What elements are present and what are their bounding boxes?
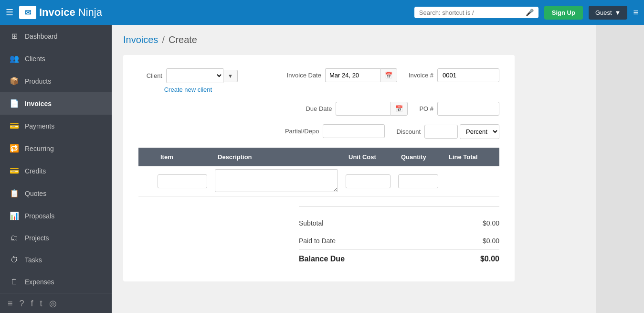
content-area: Invoices / Create Client ▼ bbox=[112, 25, 596, 313]
help-icon[interactable]: ? bbox=[20, 299, 24, 309]
sidebar-item-label: Products bbox=[25, 77, 51, 85]
row-description-textarea[interactable] bbox=[215, 169, 338, 192]
tasks-icon: ⏱ bbox=[10, 256, 19, 264]
guest-button[interactable]: Guest ▼ bbox=[589, 6, 628, 20]
sidebar-item-projects[interactable]: 🗂 Projects bbox=[0, 227, 112, 249]
row-item-cell bbox=[154, 166, 211, 197]
signup-button[interactable]: Sign Up bbox=[544, 6, 583, 20]
sidebar-item-payments[interactable]: 💳 Payments bbox=[0, 115, 112, 137]
subtotal-value: $0.00 bbox=[483, 219, 499, 227]
sidebar-item-credits[interactable]: 💳 Credits bbox=[0, 160, 112, 182]
invoice-date-calendar-button[interactable]: 📅 bbox=[380, 68, 397, 82]
projects-icon: 🗂 bbox=[10, 234, 19, 242]
breadcrumb-current: Create bbox=[169, 34, 197, 45]
items-table-header-row: Item Description Unit Cost Quantity Line… bbox=[138, 148, 499, 166]
invoice-date-input-wrapper: Mar 24, 20 📅 bbox=[325, 68, 397, 82]
discount-input[interactable] bbox=[424, 125, 458, 139]
client-dropdown-arrow[interactable]: ▼ bbox=[223, 70, 238, 82]
balance-due-value: $0.00 bbox=[480, 255, 499, 263]
due-date-input-wrapper: 📅 bbox=[336, 102, 408, 116]
col-item-header: Item bbox=[154, 148, 211, 166]
sidebar-item-dashboard[interactable]: ⊞ Dashboard bbox=[0, 25, 112, 47]
row-quantity-input[interactable] bbox=[398, 174, 438, 188]
row-description-cell bbox=[211, 166, 342, 197]
sidebar-item-recurring[interactable]: 🔁 Recurring bbox=[0, 137, 112, 160]
twitter-icon[interactable]: t bbox=[40, 299, 42, 309]
col-drag-header bbox=[138, 148, 154, 166]
sidebar-item-label: Payments bbox=[25, 122, 54, 130]
row-line-total-cell bbox=[442, 166, 499, 197]
invoice-date-input[interactable]: Mar 24, 20 bbox=[325, 68, 380, 82]
hamburger-icon[interactable]: ☰ bbox=[6, 7, 13, 18]
col-unit-cost-header: Unit Cost bbox=[342, 148, 394, 166]
mic-icon[interactable]: 🎤 bbox=[526, 9, 534, 16]
due-date-input[interactable] bbox=[336, 102, 391, 116]
due-date-calendar-button[interactable]: 📅 bbox=[391, 102, 408, 116]
sidebar-item-label: Quotes bbox=[25, 190, 46, 197]
sidebar-item-clients[interactable]: 👥 Clients bbox=[0, 47, 112, 70]
discount-type-select[interactable]: Percent Amount bbox=[460, 124, 499, 139]
col-line-total-header: Line Total bbox=[442, 148, 499, 166]
sidebar-item-label: Recurring bbox=[25, 145, 54, 152]
form-row-1: Client ▼ Create new client bbox=[138, 68, 499, 93]
top-menu-icon[interactable]: ≡ bbox=[633, 8, 638, 18]
clients-icon: 👥 bbox=[10, 54, 19, 63]
row-unit-cost-input[interactable] bbox=[346, 174, 391, 188]
sidebar-item-label: Invoices bbox=[25, 100, 52, 108]
invoice-number-label: Invoice # bbox=[409, 72, 433, 79]
sidebar-item-label: Clients bbox=[25, 55, 45, 63]
form-row-3: Partial/Depo Discount Percent Amount bbox=[138, 124, 499, 139]
partial-deposit-input[interactable] bbox=[323, 124, 385, 138]
sidebar-item-expenses[interactable]: 🗒 Expenses bbox=[0, 271, 112, 293]
credits-icon: 💳 bbox=[10, 166, 19, 175]
table-row bbox=[138, 166, 499, 197]
sidebar-item-products[interactable]: 📦 Products bbox=[0, 70, 112, 92]
col-quantity-header: Quantity bbox=[394, 148, 442, 166]
balance-due-label: Balance Due bbox=[299, 255, 345, 263]
logo-text-invoice: Invoice bbox=[39, 6, 75, 19]
sidebar-item-invoices[interactable]: 📄 Invoices bbox=[0, 92, 112, 115]
paid-to-date-label: Paid to Date bbox=[299, 237, 336, 245]
breadcrumb-link[interactable]: Invoices bbox=[123, 34, 158, 45]
po-input[interactable] bbox=[437, 102, 499, 116]
breadcrumb-separator: / bbox=[162, 34, 165, 45]
sidebar-item-quotes[interactable]: 📋 Quotes bbox=[0, 182, 112, 205]
po-label: PO # bbox=[419, 105, 433, 112]
sidebar-item-label: Credits bbox=[25, 167, 46, 175]
sidebar-item-label: Expenses bbox=[25, 278, 54, 286]
recurring-icon: 🔁 bbox=[10, 144, 19, 153]
totals-section: Subtotal $0.00 Paid to Date $0.00 Balanc… bbox=[299, 206, 499, 268]
due-date-label: Due Date bbox=[306, 105, 332, 112]
subtotal-label: Subtotal bbox=[299, 219, 323, 227]
partial-deposit-label: Partial/Depo bbox=[285, 128, 319, 135]
facebook-icon[interactable]: f bbox=[31, 299, 33, 309]
github-icon[interactable]: ◎ bbox=[49, 298, 57, 309]
sidebar-item-label: Dashboard bbox=[25, 32, 58, 40]
sidebar-item-label: Projects bbox=[25, 234, 49, 242]
subtotal-row: Subtotal $0.00 bbox=[299, 215, 499, 232]
invoice-number-input[interactable]: 0001 bbox=[437, 68, 499, 82]
items-table-header: Item Description Unit Cost Quantity Line… bbox=[138, 148, 499, 166]
products-icon: 📦 bbox=[10, 76, 19, 86]
sidebar-item-proposals[interactable]: 📊 Proposals bbox=[0, 205, 112, 227]
breadcrumb: Invoices / Create bbox=[123, 34, 585, 45]
sidebar: ⊞ Dashboard 👥 Clients 📦 Products 📄 Invoi… bbox=[0, 25, 112, 313]
list-icon[interactable]: ≡ bbox=[8, 299, 13, 309]
items-table-body bbox=[138, 166, 499, 197]
dashboard-icon: ⊞ bbox=[10, 32, 19, 41]
search-input[interactable] bbox=[419, 9, 522, 16]
client-select[interactable] bbox=[166, 68, 223, 83]
balance-due-row: Balance Due $0.00 bbox=[299, 250, 499, 268]
quotes-icon: 📋 bbox=[10, 189, 19, 198]
row-drag-handle bbox=[138, 166, 154, 197]
invoice-form-card: Client ▼ Create new client bbox=[123, 55, 515, 281]
top-nav: ☰ ✉ InvoiceNinja 🎤 Sign Up Guest ▼ ≡ bbox=[0, 0, 644, 25]
row-item-input[interactable] bbox=[158, 174, 207, 188]
invoices-icon: 📄 bbox=[10, 99, 19, 108]
right-panel bbox=[596, 25, 644, 313]
create-new-client-link[interactable]: Create new client bbox=[164, 86, 212, 93]
col-description-header: Description bbox=[211, 148, 342, 166]
logo: ✉ InvoiceNinja bbox=[19, 6, 102, 19]
sidebar-item-tasks[interactable]: ⏱ Tasks bbox=[0, 249, 112, 271]
search-bar[interactable]: 🎤 bbox=[414, 7, 538, 18]
